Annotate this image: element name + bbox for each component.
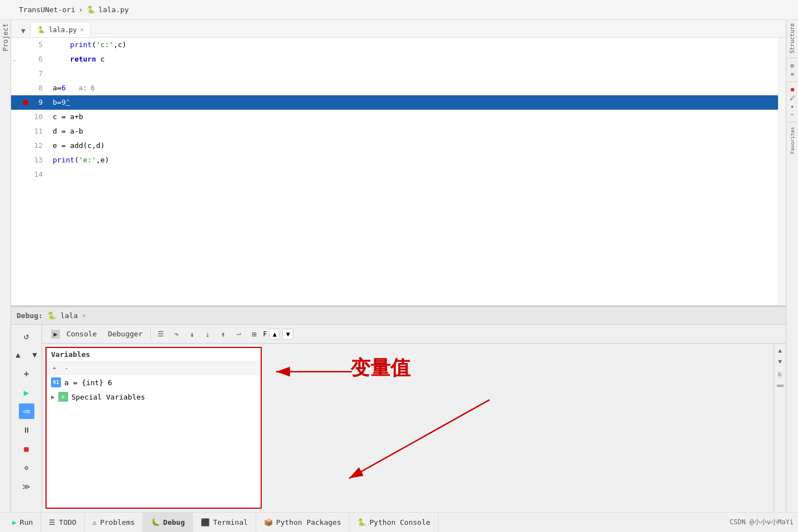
down-btn[interactable]: ▼ (27, 347, 43, 362)
code-line-14 (48, 167, 778, 182)
mini-copy-btn[interactable]: ⎘ (776, 370, 785, 379)
debugger-tab-btn[interactable]: Debugger (104, 329, 148, 339)
debug-session-close[interactable]: ✕ (82, 312, 86, 319)
code-line-8: a=6 a: 6 (48, 81, 778, 95)
sidebar-sep2 (788, 81, 797, 82)
tab-label: lala.py (49, 26, 77, 34)
step-out-btn[interactable]: ↟ (216, 328, 230, 341)
run-to-cursor-btn[interactable]: ⤻ (232, 328, 245, 341)
add-var-btn[interactable]: + (19, 366, 34, 381)
record-icon[interactable]: ⏺ (790, 86, 795, 93)
line-num-11: 11 (18, 124, 48, 139)
var-icon-special: ⊞ (58, 392, 68, 402)
annotation-area: 变量值 (262, 344, 774, 512)
stop-btn[interactable]: ■ (19, 441, 34, 457)
var-icon-a: 01 (51, 377, 61, 387)
mini-up-btn[interactable]: ▲ (776, 346, 785, 355)
code-line-6: return c (48, 52, 778, 66)
variables-header: Variables (47, 348, 261, 361)
line-numbers: 5 6 7 8 9 10 11 12 13 14 (18, 38, 48, 305)
var-item-special[interactable]: ▶ ⊞ Special Variables (47, 390, 261, 404)
line-num-12: 12 (18, 139, 48, 153)
breakpoint-9[interactable] (23, 100, 28, 105)
up-btn[interactable]: ▲ (11, 347, 26, 362)
resume-btn[interactable]: ▶ (19, 385, 34, 400)
evaluate-btn[interactable]: ⊞ (247, 328, 261, 341)
scrollbar-area[interactable] (778, 38, 786, 305)
line-num-14: 14 (18, 167, 48, 182)
settings-btn[interactable]: ⚙ (19, 460, 34, 475)
bottom-bar: ▶ Run ☰ TODO ⚠ Problems 🐛 Debug ⬛ Termin… (0, 512, 798, 532)
debug-right-mini-toolbar: ▲ ▼ ⎘ 👓 (774, 344, 786, 512)
line-num-6: 6 (18, 52, 48, 66)
project-icon[interactable]: Project (2, 23, 9, 52)
fold-row-12 (11, 139, 18, 153)
sidebar-icon-2[interactable]: ≡ (790, 71, 794, 77)
brush-icon[interactable]: 🖊 (790, 95, 795, 101)
line-num-9: 9 (18, 95, 48, 110)
frame-f-label: F (263, 330, 267, 338)
frame-down-btn[interactable]: ▼ (282, 329, 293, 340)
debug-panel: Debug: 🐍 lala ✕ ↺ ▲ (11, 307, 786, 512)
code-line-5: print('c:',c) (48, 38, 778, 52)
debug-label-bottom: Debug (163, 518, 185, 526)
line-num-10: 10 (18, 110, 48, 124)
star-icon[interactable]: ★ (790, 103, 794, 109)
expand-icon[interactable]: ▼ (17, 24, 30, 37)
more-dots-icon[interactable]: ⋯ (790, 111, 794, 117)
code-line-9: b=9^ (48, 95, 778, 110)
line-num-7: 7 (18, 66, 48, 81)
code-line-13: print('e:',e) (48, 153, 778, 167)
favorites-label[interactable]: Favorites (790, 127, 795, 154)
debug-icon: 🐛 (151, 518, 160, 526)
fold-row-11 (11, 124, 18, 139)
debug-main: ▶ Console Debugger ☰ ↷ ↡ ⇣ ↟ (42, 325, 786, 512)
frame-up-btn[interactable]: ▲ (269, 329, 280, 340)
breadcrumb-file[interactable]: lala.py (99, 6, 129, 14)
terminal-label: Terminal (213, 518, 248, 526)
debug-body: ↺ ▲ ▼ + ▶ <m (11, 325, 786, 512)
project-breadcrumb[interactable]: TransUNet-ori (19, 6, 75, 14)
fold-row-6[interactable]: ⌄ (11, 52, 18, 66)
expand-special-icon[interactable]: ▶ (51, 393, 55, 401)
step-into-btn[interactable]: ↡ (185, 328, 199, 341)
db-icon[interactable]: ⊞ (790, 63, 794, 69)
tab-close-btn[interactable]: ✕ (80, 26, 84, 33)
debug-tab[interactable]: 🐛 Debug (143, 513, 193, 533)
file-tab-lala[interactable]: 🐍 lala.py ✕ (30, 22, 91, 37)
more-btn[interactable]: ≫ (19, 479, 34, 494)
console-tab-btn[interactable]: ▶ Console (47, 329, 101, 340)
problems-tab[interactable]: ⚠ Problems (85, 513, 143, 533)
editor-debug-container: ⌄ 5 6 7 8 (11, 38, 786, 512)
debug-panels: Variables + - 01 (42, 344, 786, 512)
center-area: ▼ 🐍 lala.py ✕ ⌄ (11, 20, 786, 512)
list-icon-btn[interactable]: ☰ (154, 328, 167, 341)
code-lines[interactable]: print('c:',c) return c a=6 a: 6 b=9^ c =… (48, 38, 778, 305)
python-packages-tab[interactable]: 📦 Python Packages (256, 513, 349, 533)
fold-row-14 (11, 167, 18, 182)
line-num-8: 8 (18, 81, 48, 95)
annotation-arrows (262, 344, 774, 512)
terminal-tab[interactable]: ⬛ Terminal (193, 513, 256, 533)
file-icon: 🐍 (87, 6, 95, 14)
variables-panel: Variables + - 01 (45, 347, 262, 509)
run-icon: ▶ (12, 518, 17, 526)
step-over-btn[interactable]: ↷ (170, 328, 183, 341)
console-label: Python Console (369, 518, 430, 526)
mini-glasses-btn[interactable]: 👓 (776, 381, 785, 390)
mini-down-btn[interactable]: ▼ (776, 357, 785, 366)
pause-btn[interactable]: ⏸ (19, 422, 34, 438)
right-sidebar: Structure ⊞ ≡ ⏺ 🖊 ★ ⋯ Favorites (786, 20, 798, 512)
packages-icon: 📦 (264, 518, 273, 526)
python-console-tab[interactable]: 🐍 Python Console (349, 513, 439, 533)
force-step-into-btn[interactable]: ⇣ (201, 328, 214, 341)
sep1 (150, 329, 151, 339)
vars-toolbar-btn1[interactable]: + (49, 362, 60, 374)
todo-icon: ☰ (49, 518, 55, 526)
code-line-10: c = a+b (48, 110, 778, 124)
fold-row-8 (11, 81, 18, 95)
rerun-btn[interactable]: ↺ (19, 328, 34, 344)
vars-toolbar-btn2[interactable]: - (61, 362, 72, 374)
structure-label[interactable]: Structure (789, 23, 795, 53)
todo-tab[interactable]: ☰ TODO (41, 513, 84, 533)
